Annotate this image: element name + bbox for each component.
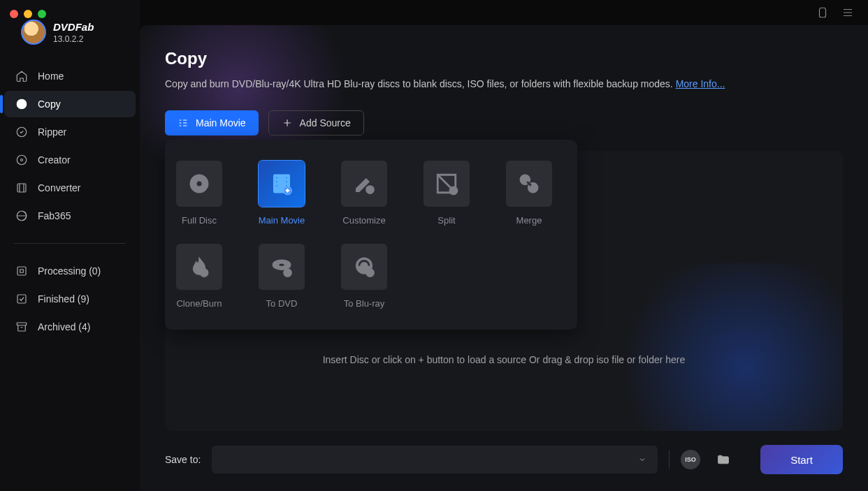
svg-point-21 xyxy=(449,186,457,194)
svg-point-26 xyxy=(279,263,285,267)
mode-full-disc[interactable]: Full Disc xyxy=(175,161,224,226)
sidebar-divider xyxy=(14,243,126,244)
nav-item-archived[interactable]: Archived (4) xyxy=(4,314,136,340)
merge-icon xyxy=(517,172,541,196)
nav-item-copy[interactable]: Copy xyxy=(4,91,136,117)
list-icon xyxy=(178,117,189,129)
nav-item-processing[interactable]: Processing (0) xyxy=(4,258,136,284)
primary-nav: Home Copy Ripper Creator xyxy=(0,59,140,233)
separator xyxy=(669,450,670,469)
nav-label: Copy xyxy=(38,98,61,110)
save-to-label: Save to: xyxy=(165,454,201,465)
nav-item-fab365[interactable]: Fab365 xyxy=(4,203,136,229)
mode-label: Clone/Burn xyxy=(176,298,222,309)
plus-icon xyxy=(282,117,293,129)
nav-item-ripper[interactable]: Ripper xyxy=(4,119,136,145)
app-logo-row: DVDFab 13.0.2.2 xyxy=(0,17,140,59)
sidebar: DVDFab 13.0.2.2 Home Copy Ri xyxy=(0,0,140,491)
button-label: Add Source xyxy=(300,117,351,129)
fab365-icon xyxy=(15,210,28,222)
converter-icon xyxy=(15,182,28,194)
svg-rect-14 xyxy=(276,181,278,183)
mode-clone-burn[interactable]: Clone/Burn xyxy=(175,244,224,309)
app-name: DVDFab xyxy=(53,21,94,33)
nav-item-finished[interactable]: Finished (9) xyxy=(4,286,136,312)
svg-point-3 xyxy=(17,155,27,165)
start-button[interactable]: Start xyxy=(760,445,843,474)
page-title: Copy xyxy=(165,49,843,68)
svg-rect-5 xyxy=(17,184,26,192)
mode-label: Customize xyxy=(342,215,385,226)
disc-icon xyxy=(15,98,28,110)
folder-button[interactable] xyxy=(711,448,735,471)
nav-label: Fab365 xyxy=(38,210,71,221)
nav-label: Finished (9) xyxy=(38,293,89,305)
page-desc-text: Copy and burn DVD/Blu-ray/4K Ultra HD Bl… xyxy=(165,78,676,89)
svg-rect-8 xyxy=(17,295,26,303)
window-minimize-button[interactable] xyxy=(24,10,32,18)
svg-rect-17 xyxy=(286,181,288,183)
svg-point-11 xyxy=(196,181,203,187)
nav-label: Home xyxy=(38,71,64,82)
add-source-button[interactable]: Add Source xyxy=(268,110,364,135)
folder-icon xyxy=(716,453,730,467)
nav-label: Converter xyxy=(38,182,80,193)
mode-main-movie[interactable]: Main Movie xyxy=(257,161,306,226)
svg-point-24 xyxy=(200,269,208,277)
mode-to-bluray[interactable]: To Blu-ray xyxy=(340,244,389,309)
main-area: Copy Copy and burn DVD/Blu-ray/4K Ultra … xyxy=(140,0,868,491)
menu-icon[interactable] xyxy=(841,6,854,19)
creator-icon xyxy=(15,154,28,166)
flame-icon xyxy=(187,255,211,279)
split-icon xyxy=(435,172,458,196)
mode-split[interactable]: Split xyxy=(422,161,471,226)
nav-item-creator[interactable]: Creator xyxy=(4,147,136,173)
svg-rect-15 xyxy=(276,184,278,186)
nav-item-home[interactable]: Home xyxy=(4,63,136,89)
nav-label: Creator xyxy=(38,154,71,166)
finished-icon xyxy=(15,293,28,305)
window-close-button[interactable] xyxy=(10,10,18,18)
svg-rect-13 xyxy=(276,177,278,179)
nav-label: Archived (4) xyxy=(38,321,90,332)
app-logo-icon xyxy=(21,20,46,45)
window-maximize-button[interactable] xyxy=(38,10,46,18)
mode-merge[interactable]: Merge xyxy=(505,161,554,226)
page-description: Copy and burn DVD/Blu-ray/4K Ultra HD Bl… xyxy=(165,78,843,89)
task-nav: Processing (0) Finished (9) Archived (4) xyxy=(0,254,140,344)
theme-icon[interactable] xyxy=(816,6,829,19)
film-icon xyxy=(270,172,294,196)
nav-label: Processing (0) xyxy=(38,265,101,277)
pencil-icon xyxy=(352,172,376,196)
archived-icon xyxy=(15,321,28,333)
mode-label: To Blu-ray xyxy=(344,298,385,309)
ripper-icon xyxy=(15,126,28,138)
disc-icon xyxy=(187,172,211,196)
nav-item-converter[interactable]: Converter xyxy=(4,175,136,201)
iso-label: ISO xyxy=(685,456,696,463)
mode-label: Main Movie xyxy=(259,215,305,226)
main-movie-button[interactable]: Main Movie xyxy=(165,110,259,135)
svg-point-1 xyxy=(20,103,24,106)
mode-label: Split xyxy=(437,215,455,226)
mode-to-dvd[interactable]: To DVD xyxy=(257,244,306,309)
svg-point-4 xyxy=(21,159,23,161)
mode-customize[interactable]: Customize xyxy=(340,161,389,226)
topbar xyxy=(140,0,868,25)
home-icon xyxy=(15,70,28,82)
chevron-down-icon xyxy=(638,455,646,464)
save-to-dropdown[interactable] xyxy=(212,446,658,474)
nav-label: Ripper xyxy=(38,126,66,138)
svg-rect-9 xyxy=(17,323,27,325)
dvd-icon xyxy=(270,255,294,279)
button-label: Main Movie xyxy=(196,117,246,129)
more-info-link[interactable]: More Info... xyxy=(676,78,725,89)
toolbar: Main Movie Add Source xyxy=(165,110,843,135)
iso-button[interactable]: ISO xyxy=(681,450,700,469)
copy-mode-popover: Full Disc Main Movie Customize Split Mer… xyxy=(165,140,577,330)
svg-point-29 xyxy=(366,269,374,277)
svg-rect-16 xyxy=(286,177,288,179)
bottom-bar: Save to: ISO Start xyxy=(165,445,843,474)
svg-point-20 xyxy=(366,186,374,193)
mode-label: Full Disc xyxy=(182,215,217,226)
